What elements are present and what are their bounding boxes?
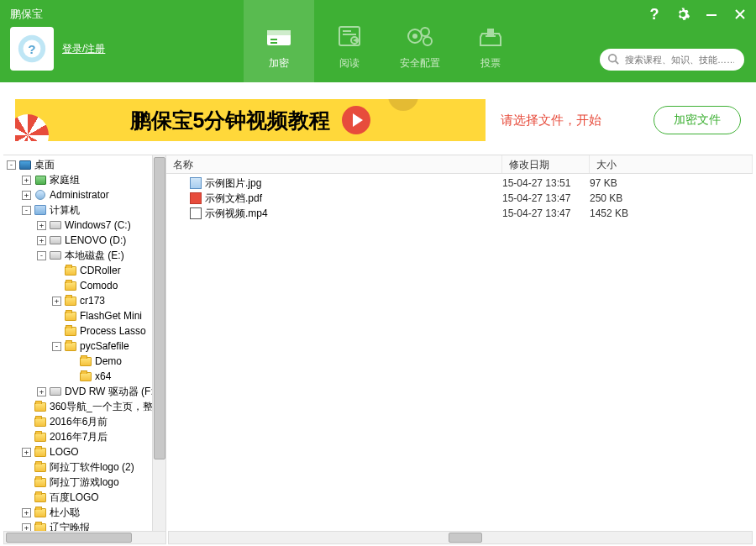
tree-node[interactable]: +cr173 <box>3 293 165 308</box>
folder-icon <box>34 507 47 518</box>
tree-hscrollbar[interactable] <box>3 531 166 544</box>
tree-node[interactable]: -pycSafefile <box>3 339 165 354</box>
file-size: 250 KB <box>590 192 753 204</box>
tree-node[interactable]: +LOGO <box>3 444 165 459</box>
encrypt-icon <box>264 23 294 50</box>
toggle-icon[interactable]: + <box>52 297 61 306</box>
folder-icon <box>34 476 47 488</box>
toggle-icon[interactable]: + <box>22 448 31 457</box>
tab-label: 阅读 <box>339 56 360 71</box>
toggle-icon[interactable]: - <box>7 160 16 170</box>
svg-point-18 <box>609 55 617 62</box>
tree-node[interactable]: 阿拉丁游戏logo <box>3 475 165 490</box>
folder-icon <box>64 310 77 322</box>
tree-node[interactable]: +辽宁晚报 <box>3 520 165 532</box>
tree-node[interactable]: 2016年6月前 <box>3 414 165 429</box>
tree-label: 杜小聪 <box>50 506 80 520</box>
tree-label: 阿拉丁软件logo (2) <box>50 460 134 475</box>
file-row[interactable]: 示例文档.pdf15-04-27 13:47250 KB <box>166 191 753 206</box>
tree-node[interactable]: +Windows7 (C:) <box>3 218 165 233</box>
col-size[interactable]: 大小 <box>590 155 753 173</box>
tab-read[interactable]: 阅读 <box>314 0 385 82</box>
file-row[interactable]: 示例图片.jpg15-04-27 13:5197 KB <box>166 176 753 191</box>
svg-rect-5 <box>270 39 277 40</box>
tree-node[interactable]: Process Lasso <box>3 323 165 339</box>
mp4-icon <box>190 207 202 219</box>
comp-icon <box>34 204 47 216</box>
toggle-icon[interactable]: + <box>22 191 31 200</box>
tree-label: LOGO <box>50 446 79 458</box>
tree-label: 360导航_一个主页，整 <box>50 400 153 414</box>
tree-node[interactable]: Demo <box>3 354 165 369</box>
toggle-icon[interactable]: - <box>37 251 46 260</box>
file-name: 示例文档.pdf <box>205 192 262 206</box>
encrypt-button[interactable]: 加密文件 <box>654 106 741 134</box>
svg-point-12 <box>412 34 417 39</box>
tree-label: 2016年7月后 <box>50 430 108 444</box>
tree-label: 2016年6月前 <box>50 415 108 429</box>
col-name[interactable]: 名称 <box>166 155 502 173</box>
tree-label: 计算机 <box>50 203 80 218</box>
avatar[interactable]: ? <box>10 27 54 71</box>
folder-tree: -桌面+家庭组+Administrator-计算机+Windows7 (C:)+… <box>3 155 166 544</box>
svg-point-13 <box>421 28 429 36</box>
tree-label: 百度LOGO <box>50 491 99 505</box>
gear-icon[interactable] <box>674 5 692 24</box>
tree-node[interactable]: -桌面 <box>3 157 165 172</box>
col-date[interactable]: 修改日期 <box>502 155 590 173</box>
toggle-icon[interactable]: - <box>22 206 31 215</box>
toggle-icon[interactable]: - <box>52 342 61 351</box>
tree-node[interactable]: 360导航_一个主页，整 <box>3 399 165 414</box>
tree-label: Process Lasso <box>80 325 146 337</box>
drive-icon <box>49 219 62 231</box>
svg-rect-8 <box>343 30 351 32</box>
minimize-icon[interactable] <box>702 5 721 24</box>
tree-node[interactable]: FlashGet Mini <box>3 308 165 323</box>
tree-node[interactable]: CDRoller <box>3 263 165 278</box>
tree-node[interactable]: +DVD RW 驱动器 (F:) <box>3 384 165 399</box>
tree-label: 家庭组 <box>50 173 80 187</box>
tree-node[interactable]: -本地磁盘 (E:) <box>3 248 165 263</box>
help-icon[interactable]: ? <box>645 5 664 24</box>
tree-node[interactable]: -计算机 <box>3 202 165 218</box>
tree-label: cr173 <box>80 295 105 307</box>
hint-text: 请选择文件，开始 <box>501 113 638 129</box>
tree-node[interactable]: +LENOVO (D:) <box>3 233 165 248</box>
folder-icon <box>64 340 77 352</box>
tree-label: 桌面 <box>34 158 55 172</box>
tab-security[interactable]: 安全配置 <box>385 0 455 82</box>
tree-node[interactable]: 阿拉丁软件logo (2) <box>3 459 165 475</box>
toggle-icon[interactable]: + <box>37 387 46 396</box>
toggle-icon[interactable]: + <box>37 221 46 230</box>
file-hscrollbar[interactable] <box>168 531 753 544</box>
tree-node[interactable]: 2016年7月后 <box>3 429 165 444</box>
tab-encrypt[interactable]: 加密 <box>244 0 314 82</box>
toggle-icon[interactable]: + <box>37 236 46 245</box>
tab-label: 投票 <box>480 56 501 71</box>
toggle-icon[interactable]: + <box>22 176 31 185</box>
tree-node[interactable]: x64 <box>3 369 165 384</box>
tree-node[interactable]: +杜小聪 <box>3 505 165 520</box>
file-date: 15-04-27 13:51 <box>502 177 590 189</box>
search-input[interactable] <box>600 49 744 71</box>
tree-node[interactable]: 百度LOGO <box>3 490 165 505</box>
tree-node[interactable]: +Administrator <box>3 187 165 202</box>
tree-scrollbar[interactable] <box>152 155 165 532</box>
file-name: 示例图片.jpg <box>205 176 261 191</box>
app-title: 鹏保宝 <box>10 7 105 22</box>
close-icon[interactable] <box>731 5 749 24</box>
tab-vote[interactable]: 投票 <box>455 0 526 82</box>
pdf-icon <box>190 192 202 204</box>
tree-node[interactable]: +家庭组 <box>3 172 165 187</box>
login-link[interactable]: 登录/注册 <box>62 42 105 56</box>
file-row[interactable]: 示例视频.mp415-04-27 13:471452 KB <box>166 206 753 221</box>
tutorial-banner[interactable]: 鹏保宝5分钟视频教程 <box>15 99 486 141</box>
security-icon <box>405 23 435 50</box>
drive-icon <box>49 234 62 246</box>
titlebar: 鹏保宝 ? 登录/注册 加密阅读安全配置投票 ? <box>0 0 756 82</box>
tree-node[interactable]: Comodo <box>3 278 165 293</box>
user-icon <box>34 189 47 201</box>
toggle-icon[interactable]: + <box>22 508 31 517</box>
folder-icon <box>34 416 47 428</box>
folder-icon <box>34 446 47 458</box>
